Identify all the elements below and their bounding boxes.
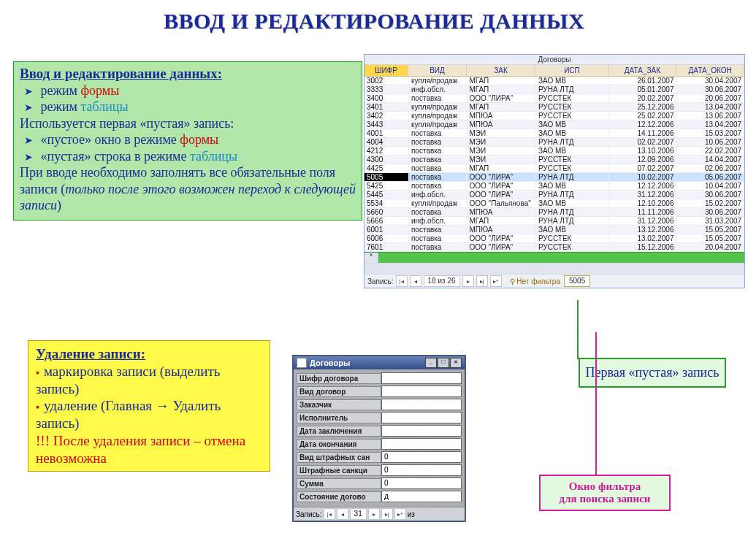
bullet-mark-record: маркировка записи (выделить запись) — [36, 363, 262, 398]
form-nav-new[interactable]: ▸* — [394, 508, 406, 520]
col-zak[interactable]: ЗАК — [467, 65, 536, 76]
form-title-text: Договоры — [310, 358, 350, 367]
minimize-button[interactable]: _ — [425, 358, 437, 368]
table-row[interactable]: 6001поставкаМПЮАЗАО МВ13.12.200615.05.20… — [365, 226, 744, 234]
form-nav-last[interactable]: ▸| — [381, 508, 393, 520]
delete-warning: !!! После удаления записи – отмена невоз… — [36, 432, 262, 467]
field-input[interactable] — [381, 399, 462, 410]
connector-line — [577, 300, 579, 358]
bullet-empty-row: «пустая» строка в режиме таблицы — [24, 148, 356, 165]
table-row[interactable]: 3401купля/продажМГАПРУССТЕК25.12.200613.… — [365, 103, 744, 112]
table-row[interactable]: 4425поставкаМГАПРУССТЕК07.02.200702.06.2… — [365, 164, 744, 173]
table-row[interactable]: 3002купля/продажМГАПЗАО МВ26.01.200730.0… — [365, 77, 744, 85]
callout-filter-window: Окно фильтра для поиска записи — [539, 475, 671, 511]
form-field: Сумма0 — [297, 477, 462, 489]
field-input[interactable] — [381, 386, 462, 397]
table-row[interactable]: 5660поставкаМПЮАРУНА ЛТД11.11.200630.06.… — [365, 208, 744, 217]
form-icon — [297, 358, 307, 368]
page-title: ВВОД И РЕДАКТИРОВАНИЕ ДАННЫХ — [0, 0, 748, 34]
nav-last-button[interactable]: ▸| — [476, 275, 488, 287]
field-input[interactable]: 0 — [381, 464, 462, 476]
table-row[interactable]: 3333инф.обсл.МГАПРУНА ЛТД05.01.200730.06… — [365, 85, 744, 94]
form-nav-next[interactable]: ▸ — [368, 508, 380, 520]
bullet-mode-table: режим таблицы — [24, 99, 356, 115]
form-field: Исполнитель — [297, 412, 462, 423]
col-data-zak[interactable]: ДАТА_ЗАК — [609, 65, 677, 76]
field-label: Исполнитель — [297, 413, 381, 423]
table-row[interactable]: 4300поставкаМЭИРУССТЕК12.09.200614.04.20… — [365, 156, 744, 164]
form-nav-prev[interactable]: ◂ — [337, 508, 348, 520]
new-record-row[interactable]: * — [365, 252, 744, 263]
field-label: Дата заключения — [297, 426, 381, 437]
field-label: Вид договор — [297, 386, 381, 397]
table-row[interactable]: 3443купля/продажМПЮАЗАО МВ12.12.200613.0… — [365, 120, 744, 129]
record-navigator: Запись: |◂ ◂ 18 из 26 ▸ ▸| ▸* ⚲ Нет филь… — [365, 274, 744, 288]
table-row[interactable]: 4001поставкаМЭИЗАО МВ14.11.200615.03.200… — [365, 129, 744, 138]
table-row[interactable]: 3400поставкаООО "ЛИРА"РУССТЕК20.02.20072… — [365, 94, 744, 103]
form-nav-first[interactable]: |◂ — [324, 508, 335, 520]
form-nav-pos[interactable]: 31 — [350, 508, 367, 520]
table-row[interactable]: 3402купля/продажМПЮАРУССТЕК25.02.200713.… — [365, 112, 744, 120]
panel2-heading: Удаление записи: — [36, 345, 262, 363]
form-field: Дата окончания — [297, 438, 462, 450]
form-titlebar[interactable]: Договоры _ □ × — [294, 356, 465, 369]
connector-line — [577, 358, 587, 359]
no-filter-label: ⚲ Нет фильтра — [510, 277, 560, 285]
col-shifr[interactable]: ШИФР — [365, 65, 408, 76]
field-label: Состояние догово — [297, 491, 381, 502]
panel-delete: Удаление записи: маркировка записи (выде… — [28, 340, 270, 472]
table-row[interactable]: 5534купля/продажООО "Пальянова"ЗАО МВ12.… — [365, 199, 744, 208]
nav-position[interactable]: 18 из 26 — [424, 275, 460, 287]
datasheet-title: Договоры — [365, 55, 744, 65]
table-row[interactable]: 6006поставкаООО "ЛИРА"РУССТЕК13.02.20071… — [365, 234, 744, 243]
col-data-okon[interactable]: ДАТА_ОКОН — [676, 65, 744, 76]
col-vid[interactable]: ВИД — [408, 65, 466, 76]
connector-line — [595, 332, 597, 475]
form-navigator: Запись: |◂ ◂ 31 ▸ ▸| ▸* из — [294, 507, 465, 521]
form-field: Вид штрафных сан0 — [297, 451, 462, 463]
bullet-delete-main: удаление (Главная → Удалить запись) — [36, 397, 262, 432]
h-scrollbar[interactable] — [365, 263, 744, 274]
field-label: Заказчик — [297, 399, 381, 410]
datasheet-header: ШИФР ВИД ЗАК ИСП ДАТА_ЗАК ДАТА_ОКОН — [365, 65, 744, 77]
field-label: Сумма — [297, 478, 381, 489]
form-field: Шифр договора — [297, 372, 462, 384]
field-label: Штрафные санкци — [297, 465, 381, 476]
form-field: Состояние договод — [297, 491, 462, 502]
bullet-mode-form: режим формы — [24, 83, 356, 99]
nav-first-button[interactable]: |◂ — [396, 275, 408, 287]
field-input[interactable]: 0 — [381, 451, 462, 463]
panel1-heading: Ввод и редактирование данных: — [20, 65, 356, 83]
nav-new-button[interactable]: ▸* — [490, 275, 502, 287]
form-field: Вид договор — [297, 386, 462, 397]
table-row[interactable]: 5445инф.обсл.ООО "ЛИРА"РУНА ЛТД31.12.200… — [365, 191, 744, 199]
close-button[interactable]: × — [450, 358, 462, 368]
maximize-button[interactable]: □ — [438, 358, 449, 368]
field-input[interactable] — [381, 425, 462, 437]
field-input[interactable] — [381, 372, 462, 384]
table-row[interactable]: 5005поставкаООО "ЛИРА"РУНА ЛТД10.02.2007… — [365, 173, 744, 182]
search-box[interactable]: 5005 — [564, 275, 590, 287]
table-row[interactable]: 4212поставкаМЭИЗАО МВ13.10.200622.02.200… — [365, 147, 744, 156]
field-label: Дата окончания — [297, 439, 381, 450]
nav-prev-button[interactable]: ◂ — [410, 275, 421, 287]
field-input[interactable] — [381, 412, 462, 423]
panel1-note: При вводе необходимо заполнять все обяза… — [20, 164, 356, 214]
datasheet-window: Договоры ШИФР ВИД ЗАК ИСП ДАТА_ЗАК ДАТА_… — [364, 54, 745, 288]
form-window: Договоры _ □ × Шифр договораВид договорЗ… — [292, 355, 466, 522]
field-label: Шифр договора — [297, 373, 381, 384]
field-input[interactable]: д — [381, 491, 462, 502]
panel1-line3: Используется первая «пустая» запись: — [20, 115, 356, 132]
field-input[interactable]: 0 — [381, 477, 462, 489]
form-field: Заказчик — [297, 399, 462, 410]
form-field: Штрафные санкци0 — [297, 464, 462, 476]
field-input[interactable] — [381, 438, 462, 450]
nav-next-button[interactable]: ▸ — [462, 275, 474, 287]
table-row[interactable]: 4004поставкаМЭИРУНА ЛТД02.02.200710.06.2… — [365, 138, 744, 147]
table-row[interactable]: 7601поставкаООО "ЛИРА"РУССТЕК15.12.20062… — [365, 243, 744, 252]
panel-input-edit: Ввод и редактирование данных: режим форм… — [13, 61, 362, 220]
table-row[interactable]: 5666инф.обсл.МГАПРУНА ЛТД31.12.200631.03… — [365, 217, 744, 226]
col-isp[interactable]: ИСП — [535, 65, 608, 76]
table-row[interactable]: 5425поставкаООО "ЛИРА"ЗАО МВ12.12.200610… — [365, 182, 744, 191]
callout-empty-record: Первая «пустая» запись — [579, 358, 726, 388]
